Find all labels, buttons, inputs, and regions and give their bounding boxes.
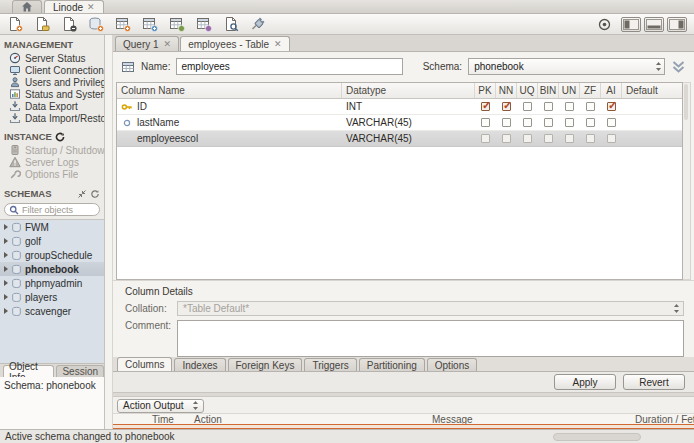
- grid-empty-area[interactable]: [117, 147, 682, 279]
- startup-shutdown-icon: [9, 144, 21, 156]
- table-name-input[interactable]: [176, 58, 402, 75]
- new-query-tab-icon: [7, 16, 23, 32]
- uq-checkbox[interactable]: [523, 118, 532, 127]
- column-row-lastname[interactable]: lastNameVARCHAR(45): [117, 115, 682, 131]
- schema-icon: [11, 250, 22, 261]
- tab-object-info[interactable]: Object Info: [3, 365, 54, 377]
- spinner-icon: [673, 303, 680, 314]
- un-checkbox[interactable]: [565, 134, 574, 143]
- schema-item-groupschedule[interactable]: groupSchedule: [0, 248, 104, 262]
- un-checkbox[interactable]: [565, 102, 574, 111]
- pk-checkbox[interactable]: [481, 118, 490, 127]
- spinner-icon: [192, 400, 199, 411]
- close-icon[interactable]: ✕: [274, 40, 282, 49]
- create-function-button[interactable]: [196, 16, 212, 32]
- tab-triggers[interactable]: Triggers: [304, 358, 356, 371]
- create-table-button[interactable]: [115, 16, 131, 32]
- ai-checkbox[interactable]: [607, 134, 616, 143]
- toggle-sidebar-button[interactable]: [621, 17, 641, 32]
- zf-checkbox[interactable]: [586, 118, 595, 127]
- sidebar-item-status-and-system-variables[interactable]: Status and System Variables: [0, 88, 104, 100]
- schema-filter-input[interactable]: [22, 205, 92, 215]
- create-procedure-button[interactable]: [169, 16, 185, 32]
- connection-tab[interactable]: Linode ✕: [44, 0, 104, 13]
- navigator-sidebar: MANAGEMENT Server StatusClient Connectio…: [0, 35, 105, 429]
- nn-checkbox[interactable]: [502, 118, 511, 127]
- bin-checkbox[interactable]: [544, 134, 553, 143]
- ai-checkbox[interactable]: [607, 118, 616, 127]
- sidebar-item-label: Status and System Variables: [25, 89, 104, 100]
- schema-item-fwm[interactable]: FWM: [0, 220, 104, 234]
- horizontal-scrollbar[interactable]: [553, 433, 641, 441]
- sidebar-item-users-and-privileges[interactable]: Users and Privileges: [0, 76, 104, 88]
- tab-indexes[interactable]: Indexes: [174, 358, 225, 371]
- expand-arrow-icon[interactable]: [4, 238, 8, 244]
- schema-select[interactable]: phonebook: [468, 58, 665, 75]
- schema-item-phonebook[interactable]: phonebook: [0, 262, 104, 276]
- refresh-icon[interactable]: [90, 189, 100, 199]
- create-schema-button[interactable]: [88, 16, 104, 32]
- close-icon[interactable]: ✕: [87, 3, 95, 12]
- zf-checkbox[interactable]: [586, 102, 595, 111]
- instance-badge-icon: [55, 132, 65, 142]
- expand-arrow-icon[interactable]: [4, 266, 8, 272]
- grid-scrollbar[interactable]: [683, 82, 691, 280]
- expand-arrow-icon[interactable]: [4, 308, 8, 314]
- revert-button[interactable]: Revert: [623, 374, 685, 390]
- nn-checkbox[interactable]: [502, 134, 511, 143]
- tab-options[interactable]: Options: [427, 358, 477, 371]
- bin-checkbox[interactable]: [544, 102, 553, 111]
- nn-checkbox[interactable]: [502, 102, 511, 111]
- tab-foreign-keys[interactable]: Foreign Keys: [228, 358, 303, 371]
- sidebar-item-data-export[interactable]: Data Export: [0, 100, 104, 112]
- bin-checkbox[interactable]: [544, 118, 553, 127]
- schema-label: Schema:: [423, 61, 462, 72]
- column-row-employeescol[interactable]: employeescolVARCHAR(45): [117, 131, 682, 147]
- tab-partitioning[interactable]: Partitioning: [359, 358, 425, 371]
- expand-arrow-icon[interactable]: [4, 252, 8, 258]
- uq-checkbox[interactable]: [523, 134, 532, 143]
- editor-tab-query-1[interactable]: Query 1✕: [115, 36, 179, 51]
- column-header-nn: NN: [496, 83, 517, 98]
- output-selector[interactable]: Action Output: [117, 399, 204, 413]
- schema-item-players[interactable]: players: [0, 290, 104, 304]
- new-sql-script-button[interactable]: [61, 16, 77, 32]
- sidebar-item-client-connections[interactable]: Client Connections: [0, 64, 104, 76]
- toggle-output-area-button[interactable]: [644, 17, 664, 32]
- sidebar-splitter[interactable]: [105, 35, 113, 429]
- zf-checkbox[interactable]: [586, 134, 595, 143]
- expand-arrow-icon[interactable]: [4, 280, 8, 286]
- schema-item-phpmyadmin[interactable]: phpmyadmin: [0, 276, 104, 290]
- tab-columns[interactable]: Columns: [117, 357, 172, 371]
- expand-arrow-icon[interactable]: [4, 294, 8, 300]
- apply-button[interactable]: Apply: [554, 374, 616, 390]
- tab-session[interactable]: Session: [56, 365, 104, 377]
- collation-select[interactable]: *Table Default*: [177, 301, 684, 316]
- expand-tree-icon[interactable]: [77, 189, 87, 199]
- create-view-button[interactable]: [142, 16, 158, 32]
- sidebar-item-data-import-restore[interactable]: Data Import/Restore: [0, 112, 104, 124]
- reconnect-server-button[interactable]: [250, 16, 266, 32]
- comment-textarea[interactable]: [177, 320, 684, 357]
- open-sql-script-button[interactable]: [34, 16, 50, 32]
- dashboard-status-icon[interactable]: [598, 18, 611, 31]
- new-query-tab-button[interactable]: [7, 16, 23, 32]
- toggle-secondary-sidebar-button[interactable]: [667, 17, 687, 32]
- chevron-double-down-icon[interactable]: [671, 60, 686, 74]
- schema-item-scavenger[interactable]: scavenger: [0, 304, 104, 318]
- schema-item-golf[interactable]: golf: [0, 234, 104, 248]
- column-datatype: VARCHAR(45): [342, 133, 475, 144]
- expand-arrow-icon[interactable]: [4, 224, 8, 230]
- pk-checkbox[interactable]: [481, 134, 490, 143]
- pk-checkbox[interactable]: [481, 102, 490, 111]
- un-checkbox[interactable]: [565, 118, 574, 127]
- editor-tab-employees-table[interactable]: employees - Table✕: [180, 36, 290, 51]
- search-table-data-button[interactable]: [223, 16, 239, 32]
- ai-checkbox[interactable]: [607, 102, 616, 111]
- column-datatype: VARCHAR(45): [342, 117, 475, 128]
- close-icon[interactable]: ✕: [164, 40, 172, 49]
- column-row-id[interactable]: IDINT: [117, 99, 682, 115]
- sidebar-item-server-status[interactable]: Server Status: [0, 52, 104, 64]
- home-tab[interactable]: [12, 0, 42, 13]
- uq-checkbox[interactable]: [523, 102, 532, 111]
